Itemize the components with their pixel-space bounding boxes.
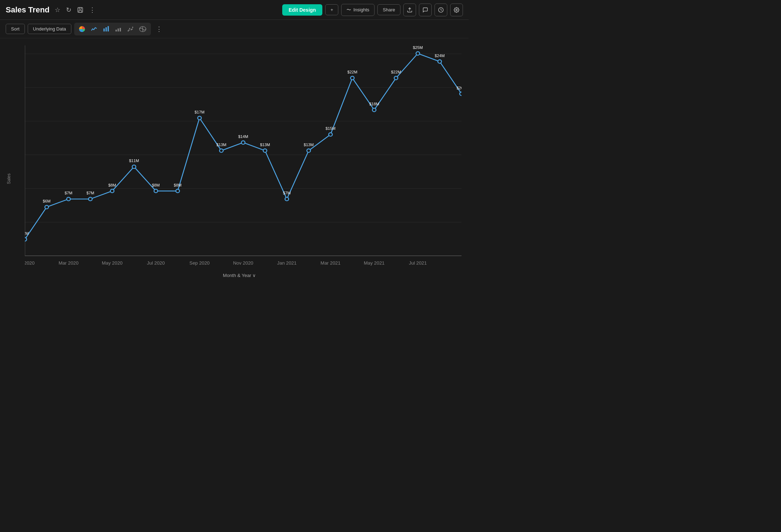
svg-rect-8 <box>108 26 109 31</box>
chart-type-map-button[interactable] <box>137 24 149 34</box>
data-point[interactable] <box>219 149 223 153</box>
svg-text:Nov 2020: Nov 2020 <box>233 260 253 266</box>
data-point[interactable] <box>88 197 92 201</box>
svg-text:$15M: $15M <box>326 127 335 131</box>
svg-point-16 <box>129 29 130 30</box>
svg-text:$25M: $25M <box>413 45 423 50</box>
svg-text:$14M: $14M <box>238 134 248 139</box>
data-point[interactable] <box>438 60 441 63</box>
sort-button[interactable]: Sort <box>6 24 25 34</box>
svg-rect-1 <box>79 7 81 9</box>
svg-text:Jul 2020: Jul 2020 <box>147 260 165 266</box>
svg-rect-11 <box>120 28 121 31</box>
y-axis-label: Sales <box>6 173 11 184</box>
svg-point-17 <box>131 28 132 29</box>
svg-text:$8M: $8M <box>174 183 182 187</box>
svg-text:$13M: $13M <box>304 143 313 147</box>
svg-text:$7M: $7M <box>65 191 72 195</box>
svg-text:Mar 2020: Mar 2020 <box>59 260 78 266</box>
svg-text:Sep 2020: Sep 2020 <box>190 260 210 266</box>
svg-text:$20M: $20M <box>457 86 462 90</box>
svg-point-13 <box>129 28 130 29</box>
svg-rect-2 <box>79 10 82 12</box>
data-point[interactable] <box>25 238 27 241</box>
plus-icon: + <box>331 7 333 12</box>
data-point[interactable] <box>416 52 420 55</box>
svg-text:$11M: $11M <box>129 159 139 163</box>
chart-type-group <box>74 23 151 35</box>
more-options-button[interactable]: ⋮ <box>88 5 97 15</box>
data-point[interactable] <box>263 149 267 153</box>
settings-button[interactable] <box>450 4 463 16</box>
data-point[interactable] <box>307 149 310 153</box>
data-point[interactable] <box>132 165 136 168</box>
favorite-button[interactable]: ☆ <box>53 5 62 15</box>
chart-area: Sales $0M $4M $8M $12M $16M $20M $24M <box>0 38 469 319</box>
svg-rect-6 <box>104 28 105 31</box>
data-point[interactable] <box>394 76 398 80</box>
svg-rect-7 <box>105 27 106 32</box>
svg-text:$7M: $7M <box>283 191 291 195</box>
schedule-button[interactable] <box>435 4 447 16</box>
refresh-button[interactable]: ↻ <box>65 5 73 15</box>
data-point[interactable] <box>285 197 289 201</box>
data-point[interactable] <box>110 189 114 193</box>
data-point[interactable] <box>372 108 376 112</box>
svg-text:$8M: $8M <box>152 183 160 187</box>
svg-text:Jan 2020: Jan 2020 <box>25 260 34 266</box>
svg-text:$22M: $22M <box>347 70 357 74</box>
data-point[interactable] <box>45 205 48 209</box>
data-point[interactable] <box>198 116 201 120</box>
svg-text:$24M: $24M <box>435 54 444 58</box>
chart-type-stacked-button[interactable] <box>113 24 124 34</box>
comment-button[interactable] <box>419 4 432 16</box>
chart-line <box>25 54 462 239</box>
chart-type-pie-button[interactable] <box>76 24 88 34</box>
svg-point-12 <box>128 30 129 31</box>
toolbar: Sort Underlying Data <box>0 20 469 38</box>
data-point[interactable] <box>67 197 70 201</box>
chart-type-scatter-button[interactable] <box>125 24 136 34</box>
svg-rect-9 <box>116 29 117 31</box>
svg-rect-0 <box>78 7 83 12</box>
save-button[interactable] <box>76 5 85 15</box>
chart-type-bar-button[interactable] <box>100 24 112 34</box>
insights-button[interactable]: 〜 Insights <box>341 4 375 16</box>
svg-text:$22M: $22M <box>391 70 401 74</box>
insights-icon: 〜 <box>346 7 351 13</box>
header: Sales Trend ☆ ↻ ⋮ Edit Design + 〜 Insigh… <box>0 0 469 20</box>
share-button[interactable]: Share <box>377 4 400 15</box>
svg-text:Jan 2021: Jan 2021 <box>277 260 297 266</box>
svg-point-5 <box>456 9 457 11</box>
svg-text:Mar 2021: Mar 2021 <box>321 260 340 266</box>
data-point[interactable] <box>329 133 332 136</box>
page-title: Sales Trend <box>6 5 50 15</box>
edit-design-button[interactable]: Edit Design <box>282 4 322 16</box>
svg-text:$13M: $13M <box>260 143 270 147</box>
data-point[interactable] <box>460 92 462 96</box>
data-point[interactable] <box>350 76 354 80</box>
more-chart-options-button[interactable]: ⋮ <box>154 24 164 34</box>
data-point[interactable] <box>241 141 245 144</box>
svg-text:May 2020: May 2020 <box>102 260 122 266</box>
svg-text:Jul 2021: Jul 2021 <box>409 260 427 266</box>
header-left: Sales Trend ☆ ↻ ⋮ <box>6 5 97 15</box>
svg-text:Month & Year ∨: Month & Year ∨ <box>223 273 256 278</box>
data-point[interactable] <box>176 189 179 193</box>
add-button[interactable]: + <box>325 4 339 15</box>
svg-text:$17M: $17M <box>195 110 204 114</box>
svg-text:May 2021: May 2021 <box>364 260 384 266</box>
data-point[interactable] <box>154 189 158 193</box>
svg-text:$8M: $8M <box>108 183 116 187</box>
chart-svg-container: $0M $4M $8M $12M $16M $20M $24M $2M $6M <box>25 45 462 298</box>
svg-text:$2M: $2M <box>25 231 29 235</box>
svg-text:$6M: $6M <box>43 199 51 203</box>
svg-text:$13M: $13M <box>216 143 226 147</box>
header-right: Edit Design + 〜 Insights Share <box>282 4 463 16</box>
svg-text:$7M: $7M <box>87 191 94 195</box>
svg-rect-10 <box>118 28 119 31</box>
export-button[interactable] <box>403 4 416 16</box>
svg-point-15 <box>132 27 133 28</box>
chart-type-line-button[interactable] <box>88 24 100 34</box>
underlying-data-button[interactable]: Underlying Data <box>28 24 71 34</box>
